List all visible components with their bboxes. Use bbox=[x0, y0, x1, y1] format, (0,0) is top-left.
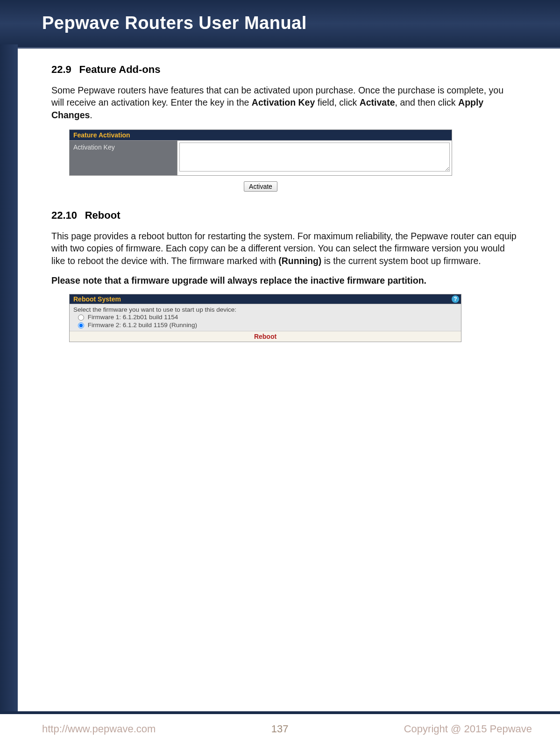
bold-activation-key: Activation Key bbox=[252, 97, 315, 107]
document-title: Pepwave Routers User Manual bbox=[42, 13, 560, 33]
activate-button[interactable]: Activate bbox=[244, 181, 277, 192]
help-icon[interactable]: ? bbox=[452, 295, 459, 303]
section-heading-feature-addons: 22.9 Feature Add-ons bbox=[51, 63, 518, 76]
feature-activation-panel: Feature Activation Activation Key Activa… bbox=[69, 129, 452, 197]
firmware-instruction: Select the firmware you want to use to s… bbox=[73, 306, 457, 313]
reboot-paragraph: This page provides a reboot button for r… bbox=[51, 230, 518, 267]
firmware-1-label: Firmware 1: 6.1.2b01 build 1154 bbox=[88, 314, 178, 321]
activation-key-input[interactable] bbox=[179, 143, 450, 172]
feature-addons-paragraph: Some Pepwave routers have features that … bbox=[51, 84, 518, 121]
reboot-note: Please note that a firmware upgrade will… bbox=[51, 274, 518, 286]
footer-url: http://www.pepwave.com bbox=[42, 723, 156, 735]
bold-activate: Activate bbox=[360, 97, 395, 107]
footer-copyright: Copyright @ 2015 Pepwave bbox=[404, 723, 532, 735]
firmware-2-label: Firmware 2: 6.1.2 build 1159 (Running) bbox=[88, 322, 197, 329]
reboot-body: Select the firmware you want to use to s… bbox=[70, 304, 461, 331]
section-title: Feature Add-ons bbox=[79, 64, 161, 75]
text-fragment: , and then click bbox=[395, 97, 459, 107]
firmware-radio-1[interactable] bbox=[78, 315, 84, 321]
text-fragment: field, click bbox=[315, 97, 359, 107]
reboot-note-text: Please note that a firmware upgrade will… bbox=[51, 275, 426, 286]
firmware-option-1[interactable]: Firmware 1: 6.1.2b01 build 1154 bbox=[73, 313, 457, 321]
panel-header-feature-activation: Feature Activation bbox=[69, 129, 452, 141]
reboot-button-row: Reboot bbox=[70, 331, 461, 342]
section-number: 22.9 bbox=[51, 64, 71, 75]
bold-running: (Running) bbox=[278, 256, 321, 266]
page-footer: http://www.pepwave.com 137 Copyright @ 2… bbox=[0, 711, 560, 744]
activation-key-label: Activation Key bbox=[70, 141, 177, 175]
section-number: 22.10 bbox=[51, 209, 77, 221]
page-content: 22.9 Feature Add-ons Some Pepwave router… bbox=[0, 49, 560, 342]
firmware-option-2[interactable]: Firmware 2: 6.1.2 build 1159 (Running) bbox=[73, 321, 457, 329]
left-edge-decoration bbox=[0, 44, 18, 744]
section-heading-reboot: 22.10 Reboot bbox=[51, 208, 518, 222]
activation-key-cell bbox=[177, 141, 452, 175]
text-fragment: . bbox=[90, 110, 92, 120]
firmware-radio-2[interactable] bbox=[78, 322, 84, 329]
activate-button-row: Activate bbox=[69, 176, 452, 197]
activation-key-row: Activation Key bbox=[69, 141, 452, 176]
page-number: 137 bbox=[271, 723, 289, 735]
reboot-header-label: Reboot System bbox=[73, 295, 121, 303]
document-header: Pepwave Routers User Manual bbox=[0, 0, 560, 49]
reboot-system-panel: Reboot System ? Select the firmware you … bbox=[69, 294, 461, 342]
panel-header-reboot-system: Reboot System ? bbox=[70, 294, 461, 304]
text-fragment: is the current system boot up firmware. bbox=[321, 256, 481, 266]
reboot-button[interactable]: Reboot bbox=[254, 333, 276, 340]
section-title: Reboot bbox=[85, 209, 121, 221]
